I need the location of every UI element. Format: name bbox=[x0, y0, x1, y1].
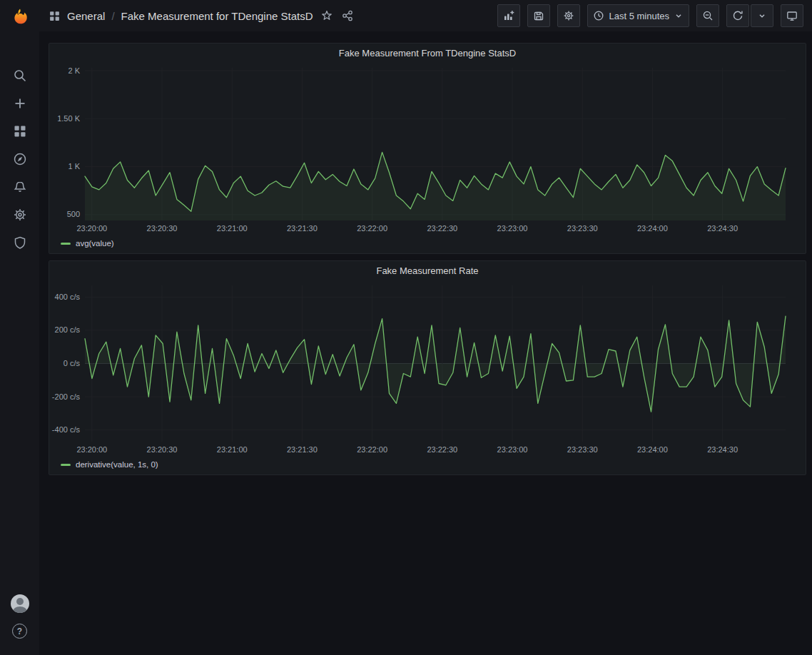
panel-chart-area: 5001 K1.50 K2 K23:20:0023:20:3023:21:002… bbox=[49, 62, 806, 236]
refresh-group bbox=[726, 4, 773, 27]
grafana-app: ? General / Fake Measurement for TDengin… bbox=[0, 0, 812, 655]
monitor-icon bbox=[786, 10, 798, 21]
cycle-view-button[interactable] bbox=[781, 4, 803, 27]
dashboard-settings-button[interactable] bbox=[557, 4, 580, 27]
svg-text:200 c/s: 200 c/s bbox=[55, 325, 81, 334]
svg-text:1.50 K: 1.50 K bbox=[57, 114, 80, 123]
svg-text:23:23:00: 23:23:00 bbox=[497, 224, 528, 233]
legend-item[interactable]: avg(value) bbox=[49, 236, 806, 253]
sidebar-item-alerting[interactable] bbox=[0, 173, 39, 200]
top-navbar: General / Fake Measurement for TDengine … bbox=[39, 0, 812, 31]
dashboard-title[interactable]: Fake Measurement for TDengine StatsD bbox=[121, 10, 313, 22]
compass-icon bbox=[13, 152, 27, 166]
legend-series-swatch bbox=[61, 243, 71, 245]
sidebar-bottom: ? bbox=[0, 589, 39, 645]
panel-title[interactable]: Fake Measurement From TDengine StatsD bbox=[49, 44, 806, 62]
sidebar-item-explore[interactable] bbox=[0, 145, 39, 173]
refresh-interval-dropdown[interactable] bbox=[751, 4, 773, 27]
sidebar-item-profile[interactable] bbox=[0, 589, 39, 617]
add-panel-button[interactable] bbox=[497, 4, 520, 27]
svg-text:23:20:30: 23:20:30 bbox=[147, 445, 178, 454]
time-range-picker[interactable]: Last 5 minutes bbox=[587, 4, 689, 27]
panel-fake-measurement-rate: Fake Measurement Rate -400 c/s-200 c/s0 … bbox=[49, 260, 806, 475]
legend-item[interactable]: derivative(value, 1s, 0) bbox=[49, 457, 806, 474]
gear-icon bbox=[563, 10, 574, 21]
svg-text:23:21:00: 23:21:00 bbox=[217, 224, 248, 233]
grafana-logo[interactable] bbox=[8, 6, 32, 30]
svg-text:23:24:00: 23:24:00 bbox=[637, 224, 668, 233]
refresh-icon bbox=[732, 10, 744, 21]
search-icon bbox=[13, 68, 27, 83]
svg-text:23:24:30: 23:24:30 bbox=[707, 224, 738, 233]
grid-icon bbox=[13, 124, 27, 138]
legend-series-label: derivative(value, 1s, 0) bbox=[76, 460, 158, 469]
svg-text:23:22:00: 23:22:00 bbox=[357, 224, 387, 233]
legend-series-label: avg(value) bbox=[76, 239, 114, 248]
svg-text:23:23:30: 23:23:30 bbox=[567, 445, 598, 454]
panel-fake-measurement: Fake Measurement From TDengine StatsD 50… bbox=[49, 43, 806, 254]
time-series-chart[interactable]: -400 c/s-200 c/s0 c/s200 c/s400 c/s23:20… bbox=[49, 280, 806, 457]
zoom-out-button[interactable] bbox=[696, 4, 719, 27]
svg-text:0 c/s: 0 c/s bbox=[64, 359, 81, 367]
svg-text:400 c/s: 400 c/s bbox=[55, 293, 81, 301]
svg-text:23:20:00: 23:20:00 bbox=[76, 445, 107, 454]
grafana-flame-icon bbox=[9, 7, 31, 29]
breadcrumb-separator: / bbox=[111, 10, 114, 22]
star-icon bbox=[321, 10, 333, 21]
sidebar: ? bbox=[0, 0, 39, 655]
dashboard-content: Fake Measurement From TDengine StatsD 50… bbox=[39, 31, 812, 655]
main-column: General / Fake Measurement for TDengine … bbox=[39, 0, 812, 655]
favorite-button[interactable] bbox=[320, 9, 334, 23]
sidebar-item-help[interactable]: ? bbox=[0, 617, 39, 645]
svg-text:23:20:30: 23:20:30 bbox=[147, 224, 178, 233]
breadcrumb-section[interactable]: General bbox=[67, 10, 105, 22]
svg-text:23:24:30: 23:24:30 bbox=[707, 445, 738, 454]
question-circle-icon: ? bbox=[12, 624, 27, 639]
sidebar-item-search[interactable] bbox=[0, 61, 39, 89]
svg-text:23:23:00: 23:23:00 bbox=[497, 445, 528, 454]
share-button[interactable] bbox=[340, 9, 355, 23]
svg-text:23:21:30: 23:21:30 bbox=[287, 224, 318, 233]
breadcrumb: General / Fake Measurement for TDengine … bbox=[49, 9, 355, 23]
sidebar-item-dashboards[interactable] bbox=[0, 117, 39, 145]
svg-text:-200 c/s: -200 c/s bbox=[52, 392, 81, 401]
svg-text:23:20:00: 23:20:00 bbox=[76, 224, 107, 233]
dashboard-toolbar: Last 5 minutes bbox=[497, 4, 803, 27]
save-icon bbox=[533, 10, 544, 21]
time-range-label: Last 5 minutes bbox=[609, 11, 669, 21]
svg-text:23:21:30: 23:21:30 bbox=[287, 445, 318, 454]
clock-icon bbox=[593, 10, 604, 21]
sidebar-item-configuration[interactable] bbox=[0, 200, 39, 228]
time-series-chart[interactable]: 5001 K1.50 K2 K23:20:0023:20:3023:21:002… bbox=[49, 62, 806, 236]
bar-chart-plus-icon bbox=[503, 10, 514, 21]
legend-series-swatch bbox=[61, 464, 71, 466]
gear-icon bbox=[13, 208, 27, 222]
chevron-down-icon bbox=[757, 11, 767, 21]
refresh-button[interactable] bbox=[726, 4, 749, 27]
avatar-icon bbox=[11, 594, 29, 613]
magnifier-minus-icon bbox=[702, 10, 714, 21]
share-icon bbox=[342, 10, 353, 21]
svg-text:23:22:30: 23:22:30 bbox=[427, 445, 457, 454]
apps-icon bbox=[49, 10, 61, 22]
svg-text:500: 500 bbox=[67, 210, 80, 218]
panel-chart-area: -400 c/s-200 c/s0 c/s200 c/s400 c/s23:20… bbox=[49, 280, 806, 457]
panel-title[interactable]: Fake Measurement Rate bbox=[49, 261, 806, 280]
svg-text:23:22:30: 23:22:30 bbox=[427, 224, 457, 233]
help-glyph: ? bbox=[17, 626, 22, 636]
svg-text:23:22:00: 23:22:00 bbox=[357, 445, 387, 454]
plus-icon bbox=[13, 96, 27, 111]
shield-icon bbox=[13, 235, 27, 250]
sidebar-item-server-admin[interactable] bbox=[0, 228, 39, 256]
svg-text:23:23:30: 23:23:30 bbox=[567, 224, 598, 233]
bell-icon bbox=[13, 180, 27, 194]
svg-text:2 K: 2 K bbox=[68, 66, 80, 75]
save-dashboard-button[interactable] bbox=[527, 4, 550, 27]
sidebar-item-create[interactable] bbox=[0, 89, 39, 117]
svg-text:1 K: 1 K bbox=[68, 162, 80, 171]
svg-text:23:21:00: 23:21:00 bbox=[217, 445, 248, 454]
chevron-down-icon bbox=[674, 11, 684, 21]
svg-text:-400 c/s: -400 c/s bbox=[52, 425, 81, 434]
svg-text:23:24:00: 23:24:00 bbox=[637, 445, 668, 454]
